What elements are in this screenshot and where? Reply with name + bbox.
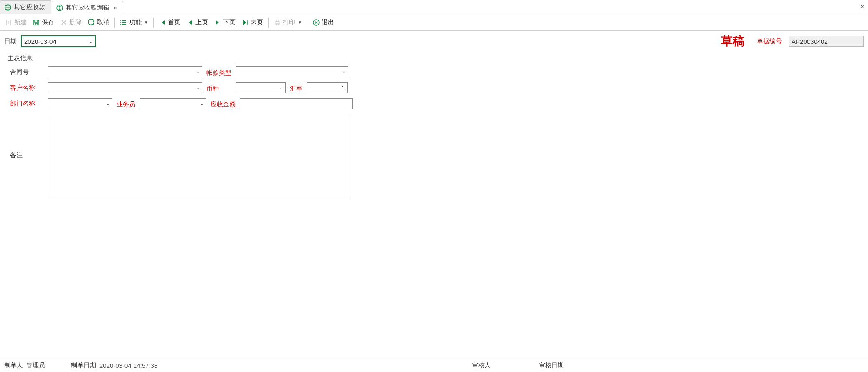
footer: 制单人 管理员 制单日期 2020-03-04 14:57:38 审核人 审核日… [0, 359, 868, 372]
tab-other-receivable[interactable]: 其它应收款 [0, 0, 51, 14]
date-input[interactable]: 2020-03-04 ⌄ [21, 35, 96, 47]
next-page-button[interactable]: 下页 [211, 17, 238, 28]
exit-label: 退出 [322, 18, 334, 26]
customer-name-field[interactable]: ⌄ [48, 82, 202, 93]
svg-rect-7 [276, 20, 279, 22]
svg-point-4 [120, 22, 121, 23]
separator [307, 18, 307, 28]
create-date-value: 2020-03-04 14:57:38 [99, 362, 157, 369]
salesman-label: 业务员 [117, 99, 135, 109]
creator-value: 管理员 [26, 362, 45, 369]
tab-bar: 其它应收款 其它应收款编辑 × × [0, 0, 868, 14]
chevron-down-icon: ⌄ [200, 101, 204, 106]
cancel-icon [88, 19, 95, 26]
account-type-label: 帐款类型 [206, 67, 231, 77]
svg-point-5 [120, 24, 121, 25]
close-icon[interactable]: × [114, 5, 117, 11]
date-label: 日期 [4, 38, 17, 46]
main-fieldset: 主表信息 合同号 ⌄ 帐款类型 ⌄ 客户名称 ⌄ 币种 [6, 54, 862, 199]
last-label: 末页 [251, 18, 263, 26]
chevron-down-icon: ⌄ [106, 101, 110, 106]
amount-field[interactable] [240, 98, 353, 109]
header-row: 日期 2020-03-04 ⌄ 草稿 单据编号 AP20030402 [0, 31, 868, 52]
dept-name-input[interactable] [51, 100, 103, 107]
exchange-rate-field[interactable] [307, 82, 348, 93]
delete-icon [60, 19, 68, 26]
first-label: 首页 [168, 18, 180, 26]
create-date-label: 制单日期 [71, 362, 96, 369]
currency-label: 币种 [206, 83, 231, 93]
separator [268, 18, 269, 28]
separator [153, 18, 154, 28]
svg-point-3 [120, 20, 121, 21]
approve-date-label: 审核日期 [539, 362, 564, 369]
currency-field[interactable]: ⌄ [236, 82, 286, 93]
chevron-down-icon: ⌄ [196, 85, 200, 91]
list-icon [120, 19, 127, 26]
first-icon [159, 19, 166, 26]
approver-label: 审核人 [472, 362, 491, 369]
dept-name-label: 部门名称 [10, 98, 48, 108]
amount-input[interactable] [243, 100, 350, 107]
save-label: 保存 [42, 18, 54, 26]
salesman-field[interactable]: ⌄ [140, 98, 206, 109]
save-icon [33, 19, 40, 26]
chevron-down-icon: ▼ [298, 20, 302, 25]
close-all-icon[interactable]: × [860, 3, 865, 11]
exchange-rate-input[interactable] [310, 84, 345, 91]
dept-name-field[interactable]: ⌄ [48, 98, 112, 109]
currency-input[interactable] [239, 84, 276, 91]
chevron-down-icon: ▼ [144, 20, 148, 25]
next-label: 下页 [223, 18, 236, 26]
last-icon [241, 19, 249, 26]
toolbar: 新建 保存 删除 取消 功能 ▼ 首页 上页 [0, 14, 868, 31]
prev-page-button[interactable]: 上页 [184, 17, 211, 28]
separator [114, 18, 115, 28]
chevron-down-icon: ⌄ [89, 39, 93, 44]
last-page-button[interactable]: 末页 [239, 17, 266, 28]
salesman-input[interactable] [142, 100, 197, 107]
exit-icon [312, 19, 320, 26]
doc-no-field: AP20030402 [789, 36, 864, 47]
cancel-button[interactable]: 取消 [85, 17, 112, 28]
doc-no-label: 单据编号 [757, 38, 782, 46]
fieldset-legend: 主表信息 [6, 54, 862, 62]
amount-label: 应收金额 [211, 99, 236, 109]
account-type-field[interactable]: ⌄ [236, 66, 348, 77]
exit-button[interactable]: 退出 [310, 17, 337, 28]
customer-name-input[interactable] [51, 84, 193, 91]
function-button[interactable]: 功能 ▼ [117, 17, 151, 28]
first-page-button[interactable]: 首页 [156, 17, 183, 28]
contract-no-input[interactable] [51, 68, 193, 76]
contract-no-label: 合同号 [10, 66, 48, 76]
globe-icon [5, 4, 11, 11]
new-label: 新建 [14, 18, 27, 26]
account-type-input[interactable] [239, 68, 339, 76]
cancel-label: 取消 [97, 18, 109, 26]
print-icon [274, 19, 281, 26]
chevron-down-icon: ⌄ [279, 85, 283, 91]
customer-name-label: 客户名称 [10, 82, 48, 92]
tab-label: 其它应收款编辑 [66, 4, 109, 12]
prev-icon [186, 19, 194, 26]
tab-label: 其它应收款 [14, 3, 45, 11]
chevron-down-icon: ⌄ [196, 69, 200, 75]
print-label: 打印 [283, 18, 295, 26]
contract-no-field[interactable]: ⌄ [48, 66, 202, 77]
save-button[interactable]: 保存 [30, 17, 57, 28]
doc-no-value: AP20030402 [792, 38, 828, 45]
new-icon [5, 19, 13, 26]
delete-button[interactable]: 删除 [58, 17, 84, 28]
prev-label: 上页 [195, 18, 208, 26]
globe-icon [56, 5, 63, 11]
tab-other-receivable-edit[interactable]: 其它应收款编辑 × [52, 1, 123, 14]
next-icon [214, 19, 221, 26]
remark-label: 备注 [10, 114, 48, 159]
print-button[interactable]: 打印 ▼ [271, 17, 305, 28]
date-value: 2020-03-04 [24, 38, 56, 45]
chevron-down-icon: ⌄ [342, 69, 346, 75]
draft-stamp: 草稿 [721, 33, 744, 49]
new-button[interactable]: 新建 [3, 17, 29, 28]
creator-label: 制单人 [4, 362, 23, 369]
remark-textarea[interactable] [48, 114, 348, 199]
